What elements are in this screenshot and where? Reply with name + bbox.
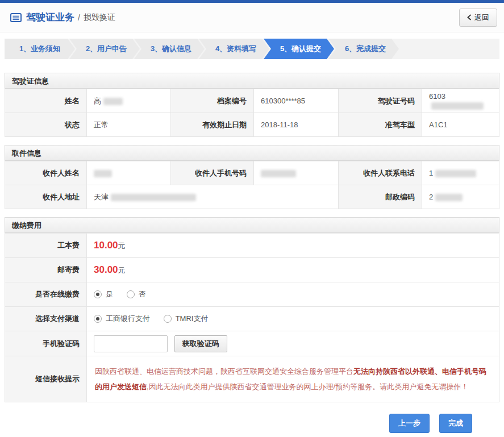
sms-code-field: 获取验证码 xyxy=(87,331,499,356)
payment-section: 缴纳费用 工本费 10.00元 邮寄费 30.00元 是否在线缴费 是 否 选择… xyxy=(5,217,499,402)
redacted-value xyxy=(103,98,123,105)
table-row: 工本费 10.00元 xyxy=(5,234,499,258)
expiry-label: 有效期止日期 xyxy=(171,113,254,137)
postage-fee-unit: 元 xyxy=(118,266,126,274)
footer-actions: 上一步 完成 xyxy=(0,402,504,433)
back-button[interactable]: 返回 xyxy=(459,9,497,27)
page-header: 驾驶证业务 / 损毁换证 返回 xyxy=(0,3,504,32)
license-info-table: 姓名 高 档案编号 610300****85 驾驶证号码 6103 状态 正常 … xyxy=(5,89,499,137)
sms-notice-label: 短信接收提示 xyxy=(5,356,87,402)
license-info-section: 驾驶证信息 姓名 高 档案编号 610300****85 驾驶证号码 6103 … xyxy=(5,73,499,137)
postage-fee-value: 30.00元 xyxy=(87,258,499,282)
step-6: 6、完成提交 xyxy=(328,39,399,59)
table-row: 选择支付渠道 工商银行支付 TMRI支付 xyxy=(5,307,499,331)
online-payment-no-label[interactable]: 否 xyxy=(139,290,146,298)
vehicle-class-value: A1C1 xyxy=(422,113,499,137)
production-fee-value: 10.00元 xyxy=(87,234,499,258)
online-payment-yes-radio[interactable] xyxy=(94,290,102,298)
redacted-value xyxy=(435,194,463,201)
redacted-value xyxy=(261,170,296,177)
previous-step-button[interactable]: 上一步 xyxy=(389,414,430,433)
step-3: 3、确认信息 xyxy=(134,39,205,59)
table-row: 手机验证码 获取验证码 xyxy=(5,331,499,356)
table-row: 收件人地址 天津 邮政编码 2 xyxy=(5,185,499,209)
license-section-title: 驾驶证信息 xyxy=(5,73,499,89)
table-row: 邮寄费 30.00元 xyxy=(5,258,499,282)
get-sms-code-button[interactable]: 获取验证码 xyxy=(174,335,227,352)
pickup-info-section: 取件信息 收件人姓名 收件人手机号码 收件人联系电话 1 收件人地址 天津 邮政… xyxy=(5,145,499,209)
license-no-label: 驾驶证号码 xyxy=(339,89,422,113)
redacted-value xyxy=(431,102,484,110)
recipient-phone-label: 收件人联系电话 xyxy=(339,161,422,185)
recipient-address-value: 天津 xyxy=(87,185,339,209)
payment-table: 工本费 10.00元 邮寄费 30.00元 是否在线缴费 是 否 选择支付渠道 … xyxy=(5,233,499,402)
table-row: 短信接收提示 因陕西省联通、电信运营商技术问题，陕西省互联网交通安全综合服务管理… xyxy=(5,356,499,402)
back-button-label: 返回 xyxy=(474,13,489,23)
finish-button[interactable]: 完成 xyxy=(439,414,472,433)
step-wizard: 1、业务须知 2、用户申告 3、确认信息 4、资料填写 5、确认提交 6、完成提… xyxy=(5,39,499,59)
table-row: 收件人姓名 收件人手机号码 收件人联系电话 1 xyxy=(5,161,499,185)
breadcrumb-separator: / xyxy=(78,13,80,22)
status-label: 状态 xyxy=(5,113,87,137)
expiry-value: 2018-11-18 xyxy=(254,113,339,137)
recipient-phone-value: 1 xyxy=(422,161,499,185)
payment-channel-label: 选择支付渠道 xyxy=(5,307,87,331)
step-5-active: 5、确认提交 xyxy=(264,39,334,59)
postage-fee-amount: 30.00 xyxy=(94,264,118,275)
table-row: 状态 正常 有效期止日期 2018-11-18 准驾车型 A1C1 xyxy=(5,113,499,137)
breadcrumb-current: 损毁换证 xyxy=(84,13,115,23)
production-fee-unit: 元 xyxy=(118,242,126,250)
redacted-value xyxy=(435,170,476,177)
list-icon xyxy=(10,13,22,22)
recipient-name-value xyxy=(87,161,171,185)
table-row: 是否在线缴费 是 否 xyxy=(5,282,499,307)
online-payment-label: 是否在线缴费 xyxy=(5,282,87,307)
online-payment-options: 是 否 xyxy=(87,282,499,307)
sms-notice-text: 因陕西省联通、电信运营商技术问题，陕西省互联网交通安全综合服务管理平台无法向持陕… xyxy=(87,356,499,402)
name-value: 高 xyxy=(87,89,171,113)
sms-code-label: 手机验证码 xyxy=(5,331,87,356)
status-value: 正常 xyxy=(87,113,171,137)
file-no-label: 档案编号 xyxy=(171,89,254,113)
production-fee-label: 工本费 xyxy=(5,234,87,258)
pickup-section-title: 取件信息 xyxy=(5,145,499,161)
page-title: 驾驶证业务 xyxy=(26,11,74,24)
chevron-left-icon xyxy=(467,14,472,20)
license-no-value: 6103 xyxy=(422,89,499,113)
recipient-mobile-value xyxy=(254,161,339,185)
vehicle-class-label: 准驾车型 xyxy=(339,113,422,137)
name-label: 姓名 xyxy=(5,89,87,113)
postal-code-label: 邮政编码 xyxy=(339,185,422,209)
redacted-value xyxy=(94,170,112,177)
production-fee-amount: 10.00 xyxy=(94,240,118,251)
recipient-name-label: 收件人姓名 xyxy=(5,161,87,185)
postage-fee-label: 邮寄费 xyxy=(5,258,87,282)
tmri-pay-label[interactable]: TMRI支付 xyxy=(176,314,209,323)
pickup-info-table: 收件人姓名 收件人手机号码 收件人联系电话 1 收件人地址 天津 邮政编码 2 xyxy=(5,161,499,209)
postal-code-value: 2 xyxy=(422,185,499,209)
redacted-value xyxy=(111,194,196,201)
online-payment-no-radio[interactable] xyxy=(127,290,135,298)
step-4: 4、资料填写 xyxy=(199,39,269,59)
recipient-address-label: 收件人地址 xyxy=(5,185,87,209)
recipient-mobile-label: 收件人手机号码 xyxy=(171,161,254,185)
file-no-value: 610300****85 xyxy=(254,89,339,113)
sms-code-input[interactable] xyxy=(94,335,168,352)
icbc-pay-label[interactable]: 工商银行支付 xyxy=(106,314,150,323)
payment-section-title: 缴纳费用 xyxy=(5,217,499,233)
step-2: 2、用户申告 xyxy=(69,39,140,59)
step-1: 1、业务须知 xyxy=(5,39,75,59)
icbc-pay-radio[interactable] xyxy=(94,315,102,323)
tmri-pay-radio[interactable] xyxy=(164,315,172,323)
table-row: 姓名 高 档案编号 610300****85 驾驶证号码 6103 xyxy=(5,89,499,113)
online-payment-yes-label[interactable]: 是 xyxy=(106,290,113,298)
payment-channel-options: 工商银行支付 TMRI支付 xyxy=(87,307,499,331)
